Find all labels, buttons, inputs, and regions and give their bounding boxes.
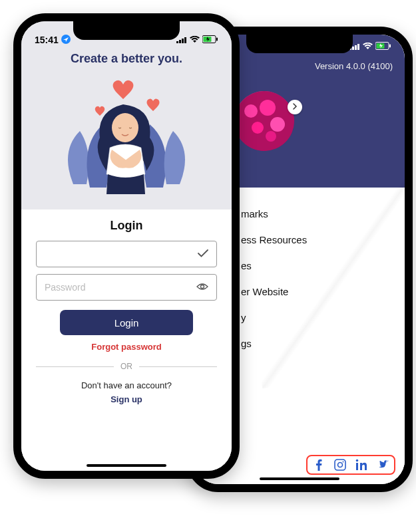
eye-icon[interactable]: [196, 281, 208, 293]
hero-section: 15:41 Create a bette: [21, 21, 232, 209]
home-indicator: [87, 464, 166, 467]
login-button[interactable]: Login: [60, 310, 193, 335]
social-links-box: [306, 455, 395, 475]
svg-rect-16: [356, 463, 358, 470]
svg-rect-3: [357, 44, 359, 50]
status-time: 15:41: [35, 35, 59, 45]
menu-item-label: es: [241, 260, 252, 271]
svg-rect-25: [216, 38, 218, 41]
svg-point-7: [234, 91, 294, 151]
twitter-icon[interactable]: [377, 459, 389, 471]
svg-point-9: [260, 100, 276, 116]
svg-rect-19: [176, 41, 178, 43]
menu-item-label: ess Resources: [241, 234, 307, 245]
svg-point-11: [252, 122, 264, 134]
svg-point-14: [338, 463, 343, 467]
svg-rect-20: [179, 40, 181, 43]
svg-point-27: [201, 285, 204, 289]
instagram-icon[interactable]: [334, 459, 346, 471]
check-icon: [198, 248, 208, 260]
wifi-icon: [190, 35, 200, 45]
notch: [246, 35, 353, 53]
svg-point-12: [266, 131, 276, 142]
or-label: OR: [114, 362, 139, 371]
username-field[interactable]: [45, 249, 198, 259]
version-label: Version 4.0.0 (4100): [315, 61, 393, 71]
signup-link[interactable]: Sign up: [110, 394, 142, 404]
svg-rect-1: [352, 47, 354, 50]
avatar[interactable]: [234, 91, 294, 151]
password-field-wrap: [36, 274, 217, 301]
linkedin-icon[interactable]: [355, 459, 367, 471]
svg-point-8: [244, 104, 258, 118]
tagline: Create a better you.: [21, 52, 232, 66]
battery-icon: [202, 35, 218, 45]
svg-point-15: [343, 462, 344, 463]
home-indicator: [260, 477, 339, 480]
phone-frame-front: 15:41 Create a bette: [13, 13, 240, 479]
svg-rect-2: [355, 45, 357, 50]
hero-illustration: [60, 71, 193, 198]
menu-item-label: y: [241, 312, 246, 323]
username-field-wrap: [36, 241, 217, 267]
menu-item-label: er Website: [241, 286, 288, 297]
signal-icon: [176, 35, 187, 45]
svg-point-17: [356, 460, 359, 462]
svg-point-26: [112, 113, 138, 142]
or-divider: OR: [36, 362, 217, 371]
facebook-icon[interactable]: [313, 459, 325, 471]
notch: [73, 21, 180, 40]
battery-icon: [375, 41, 391, 52]
password-field[interactable]: [45, 282, 196, 293]
login-section: Login Login Forgot password OR Don't hav…: [21, 209, 232, 471]
signup-prompt: Don't have an account?: [36, 380, 217, 390]
svg-rect-6: [389, 45, 391, 48]
svg-point-10: [270, 117, 285, 132]
menu-item-label: gs: [241, 338, 252, 349]
svg-rect-22: [184, 37, 186, 43]
menu-item-label: marks: [241, 208, 268, 219]
chevron-right-icon: [292, 102, 298, 112]
svg-rect-13: [335, 460, 345, 470]
forgot-password-link[interactable]: Forgot password: [91, 342, 161, 352]
avatar-edit-button[interactable]: [288, 100, 302, 114]
wifi-icon: [363, 41, 373, 52]
location-arrow-icon: [61, 35, 71, 46]
login-title: Login: [36, 219, 217, 233]
svg-rect-21: [182, 39, 184, 43]
